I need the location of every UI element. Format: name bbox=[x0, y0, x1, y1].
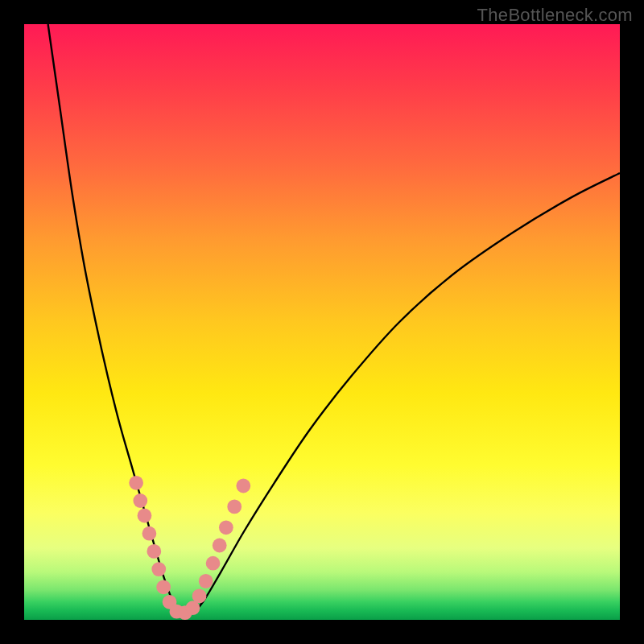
curve-svg bbox=[24, 24, 620, 620]
curve-marker bbox=[219, 520, 233, 535]
watermark-text: TheBottleneck.com bbox=[477, 5, 633, 26]
chart-frame: TheBottleneck.com bbox=[0, 0, 644, 644]
curve-marker bbox=[192, 589, 207, 604]
curve-marker bbox=[129, 476, 143, 490]
curve-marker bbox=[227, 500, 242, 514]
curve-marker bbox=[206, 556, 221, 571]
curve-marker bbox=[213, 539, 227, 553]
curve-markers bbox=[129, 476, 250, 620]
curve-marker bbox=[133, 493, 147, 508]
curve-marker bbox=[156, 580, 171, 594]
bottleneck-curve bbox=[48, 24, 620, 615]
curve-marker bbox=[147, 544, 161, 559]
plot-area bbox=[24, 24, 620, 620]
curve-marker bbox=[142, 526, 157, 541]
curve-marker bbox=[199, 574, 213, 588]
curve-marker bbox=[138, 509, 152, 523]
curve-marker bbox=[236, 479, 250, 493]
curve-marker bbox=[151, 562, 166, 576]
